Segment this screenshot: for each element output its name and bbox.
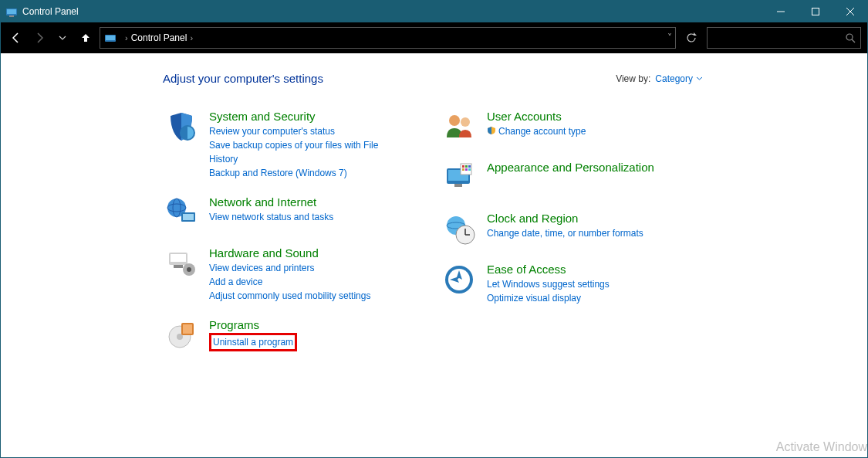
- system-security-icon: [163, 108, 200, 145]
- category-title-appearance[interactable]: Appearance and Personalization: [487, 161, 654, 174]
- programs-icon: [163, 317, 200, 354]
- close-button[interactable]: [833, 1, 867, 22]
- refresh-button[interactable]: [681, 27, 702, 49]
- category-hardware: Hardware and Sound View devices and prin…: [163, 245, 394, 303]
- category-ease-of-access: Ease of Access Let Windows suggest setti…: [441, 261, 672, 305]
- navbar: › Control Panel › ˅: [1, 22, 867, 53]
- user-accounts-icon: [441, 108, 478, 145]
- category-column-right: User Accounts Change account type: [441, 108, 672, 368]
- svg-rect-18: [171, 254, 186, 262]
- address-dropdown-icon[interactable]: ˅: [667, 32, 672, 43]
- address-control-panel-icon: [103, 31, 117, 45]
- svg-rect-36: [462, 168, 464, 171]
- content-area: Adjust your computer's settings View by:…: [1, 53, 867, 458]
- svg-line-10: [852, 39, 855, 42]
- link-network-status[interactable]: View network status and tasks: [209, 210, 333, 224]
- svg-point-9: [846, 34, 853, 40]
- view-by-label: View by:: [616, 73, 650, 84]
- link-suggest-settings[interactable]: Let Windows suggest settings: [487, 277, 610, 291]
- svg-rect-1: [7, 9, 16, 14]
- back-button[interactable]: [7, 29, 25, 47]
- hardware-icon: [163, 245, 200, 282]
- link-backup-restore[interactable]: Backup and Restore (Windows 7): [209, 166, 394, 180]
- activate-windows-watermark: Activate Window: [776, 440, 867, 454]
- svg-rect-34: [465, 165, 468, 168]
- category-network: Network and Internet View network status…: [163, 194, 394, 231]
- ease-of-access-icon: [441, 261, 478, 298]
- clock-icon: [441, 210, 478, 247]
- svg-rect-4: [812, 8, 819, 15]
- category-title-hardware[interactable]: Hardware and Sound: [209, 246, 370, 260]
- svg-rect-33: [462, 165, 464, 168]
- svg-rect-26: [183, 324, 192, 334]
- search-input[interactable]: [707, 27, 861, 49]
- category-title-clock[interactable]: Clock and Region: [487, 212, 643, 225]
- titlebar: Control Panel: [1, 1, 867, 22]
- appearance-icon: [441, 159, 478, 196]
- link-add-device[interactable]: Add a device: [209, 275, 370, 289]
- category-title-network[interactable]: Network and Internet: [209, 195, 333, 209]
- svg-rect-37: [465, 168, 468, 171]
- category-title-ease-of-access[interactable]: Ease of Access: [487, 263, 610, 276]
- breadcrumb-root[interactable]: Control Panel: [131, 32, 187, 43]
- svg-rect-31: [454, 184, 462, 187]
- category-title-system-security[interactable]: System and Security: [209, 110, 394, 123]
- highlighted-link: Uninstall a program: [209, 333, 297, 351]
- window-title: Control Panel: [22, 6, 79, 17]
- svg-rect-8: [106, 36, 115, 40]
- link-uninstall-program[interactable]: Uninstall a program: [213, 337, 293, 348]
- maximize-button[interactable]: [798, 1, 833, 22]
- svg-point-28: [461, 117, 470, 127]
- category-column-left: System and Security Review your computer…: [163, 108, 394, 368]
- svg-rect-19: [174, 265, 183, 268]
- link-text: Change account type: [498, 126, 586, 137]
- up-button[interactable]: [76, 29, 95, 47]
- link-optimize-display[interactable]: Optimize visual display: [487, 291, 610, 305]
- chevron-right-icon: ›: [125, 33, 128, 42]
- category-title-user-accounts[interactable]: User Accounts: [487, 110, 586, 123]
- view-by-value: Category: [655, 73, 693, 84]
- chevron-down-icon: [696, 75, 703, 82]
- page-heading: Adjust your computer's settings: [163, 72, 616, 85]
- svg-rect-2: [9, 15, 14, 17]
- address-bar[interactable]: › Control Panel › ˅: [100, 27, 676, 49]
- recent-button[interactable]: [53, 29, 72, 47]
- link-file-history[interactable]: Save backup copies of your files with Fi…: [209, 138, 394, 166]
- view-by: View by: Category: [616, 73, 703, 84]
- svg-rect-16: [183, 214, 194, 220]
- search-icon: [845, 32, 856, 43]
- link-devices-printers[interactable]: View devices and printers: [209, 261, 370, 275]
- chevron-right-icon: ›: [190, 33, 193, 42]
- category-system-security: System and Security Review your computer…: [163, 108, 394, 180]
- link-review-status[interactable]: Review your computer's status: [209, 124, 394, 138]
- category-user-accounts: User Accounts Change account type: [441, 108, 672, 145]
- category-programs: Programs Uninstall a program: [163, 317, 394, 354]
- shield-icon: [487, 125, 496, 139]
- svg-rect-38: [468, 168, 471, 171]
- link-date-time-formats[interactable]: Change date, time, or number formats: [487, 226, 643, 240]
- category-clock-region: Clock and Region Change date, time, or n…: [441, 210, 672, 247]
- link-change-account-type[interactable]: Change account type: [487, 124, 586, 139]
- svg-point-21: [187, 267, 191, 272]
- forward-button[interactable]: [30, 29, 49, 47]
- category-appearance: Appearance and Personalization: [441, 159, 672, 196]
- network-icon: [163, 194, 200, 231]
- view-by-dropdown[interactable]: Category: [655, 73, 703, 84]
- minimize-button[interactable]: [763, 1, 798, 22]
- svg-point-27: [449, 115, 460, 126]
- svg-rect-35: [468, 165, 471, 168]
- control-panel-icon: [5, 5, 18, 18]
- link-mobility-settings[interactable]: Adjust commonly used mobility settings: [209, 289, 370, 303]
- category-title-programs[interactable]: Programs: [209, 318, 297, 331]
